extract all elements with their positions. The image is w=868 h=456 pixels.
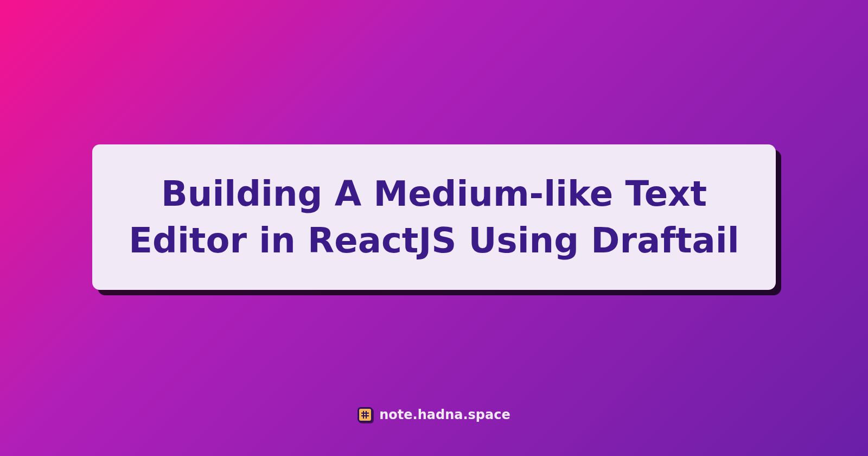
page-title: Building A Medium-like Text Editor in Re… — [125, 170, 743, 264]
hash-icon — [358, 407, 373, 422]
site-name: note.hadna.space — [379, 407, 510, 422]
hash-icon-inner — [361, 411, 369, 419]
site-footer: note.hadna.space — [358, 407, 510, 422]
title-card: Building A Medium-like Text Editor in Re… — [92, 144, 776, 290]
